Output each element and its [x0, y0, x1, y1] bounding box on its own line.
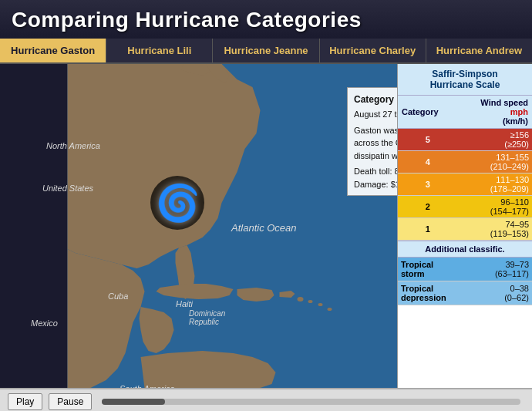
tropical-storm-speed: 39–73 (63–117)	[473, 258, 532, 281]
tab-hurricane-lili[interactable]: Hurricane Lili	[106, 39, 213, 62]
map-container: North America United States Atlantic Oce…	[0, 64, 532, 388]
tropical-storm-label: Tropicalstorm	[398, 258, 473, 281]
svg-point-4	[328, 308, 332, 311]
pause-button[interactable]: Pause	[49, 393, 92, 410]
category-3-row: 3 111–130 (178–209)	[398, 173, 532, 196]
category-5-row: 5 ≥156 (≥250)	[398, 129, 532, 151]
cat2-speed: 96–110 (154–177)	[458, 196, 532, 218]
category-2-row: 2 96–110 (154–177)	[398, 196, 532, 218]
cat5-num: 5	[398, 129, 458, 151]
page-title: Comparing Hurricane Categories	[12, 8, 362, 32]
play-button[interactable]: Play	[8, 393, 42, 410]
label-mexico: Mexico	[31, 318, 58, 328]
extra-categories-table: Tropicalstorm 39–73 (63–117) Tropicaldep…	[398, 258, 532, 305]
svg-point-1	[298, 297, 304, 302]
label-north-america: North America	[46, 141, 100, 150]
category-panel: Saffir-SimpsonHurricane Scale Category W…	[397, 64, 532, 388]
svg-point-3	[318, 303, 323, 306]
cat1-speed: 74–95 (119–153)	[458, 218, 532, 241]
page-wrapper: Comparing Hurricane Categories Hurricane…	[0, 0, 532, 411]
label-cuba: Cuba	[108, 291, 128, 301]
label-haiti: Haiti	[176, 299, 193, 308]
label-atlantic-ocean: Atlantic Ocean	[231, 222, 297, 234]
cat4-speed: 131–155 (210–249)	[458, 151, 532, 173]
tropical-depression-label: Tropicaldepression	[398, 281, 473, 305]
cat3-num: 3	[398, 173, 458, 196]
scale-header: Saffir-SimpsonHurricane Scale	[398, 64, 532, 96]
svg-point-2	[308, 300, 313, 303]
tab-hurricane-jeanne[interactable]: Hurricane Jeanne	[213, 39, 319, 62]
header: Comparing Hurricane Categories	[0, 0, 532, 39]
cat2-num: 2	[398, 196, 458, 218]
cat5-speed: ≥156 (≥250)	[458, 129, 532, 151]
label-dominican-republic: DominicanRepublic	[189, 309, 225, 326]
progress-bar-fill	[102, 399, 164, 405]
col-category: Category	[398, 96, 458, 129]
tropical-depression-row: Tropicaldepression 0–38 (0–62)	[398, 281, 532, 305]
label-united-states: United States	[42, 184, 93, 193]
category-1-row: 1 74–95 (119–153)	[398, 218, 532, 241]
cat3-speed: 111–130 (178–209)	[458, 173, 532, 196]
category-4-row: 4 131–155 (210–249)	[398, 151, 532, 173]
bottom-bar: Play Pause	[0, 388, 532, 411]
tab-hurricane-gaston[interactable]: Hurricane Gaston	[0, 39, 106, 62]
tab-hurricane-andrew[interactable]: Hurricane Andrew	[426, 39, 532, 62]
hurricane-symbol: 🌀	[150, 176, 204, 230]
cat1-num: 1	[398, 218, 458, 241]
label-south-america: South America	[120, 384, 175, 388]
tab-hurricane-charley[interactable]: Hurricane Charley	[320, 39, 426, 62]
tropical-storm-row: Tropicalstorm 39–73 (63–117)	[398, 258, 532, 281]
cat4-num: 4	[398, 151, 458, 173]
additional-classification-label: Additional classific.	[398, 241, 532, 258]
tab-bar: Hurricane Gaston Hurricane Lili Hurrican…	[0, 39, 532, 64]
tropical-depression-speed: 0–38 (0–62)	[473, 281, 532, 305]
scale-table: Category Wind speed mph (km/h) 5 ≥156 (	[398, 96, 532, 241]
col-windspeed: Wind speed mph (km/h)	[458, 96, 532, 129]
progress-bar-container[interactable]	[102, 399, 520, 405]
